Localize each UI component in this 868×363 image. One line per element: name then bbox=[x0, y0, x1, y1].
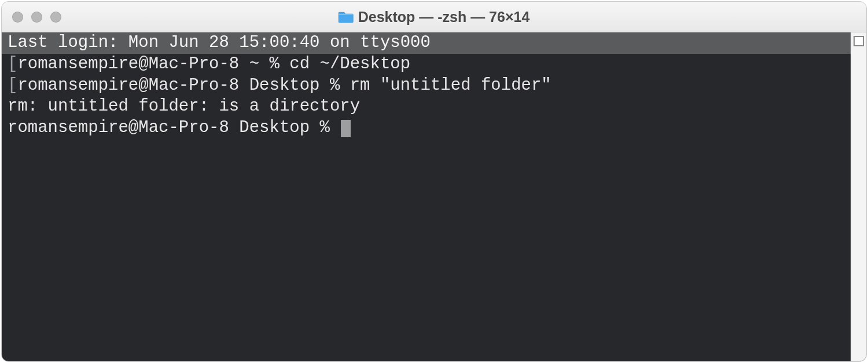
window-title: Desktop — -zsh — 76×14 bbox=[358, 9, 530, 25]
command-text: cd ~/Desktop bbox=[289, 54, 410, 74]
terminal-error-line: rm: untitled folder: is a directory bbox=[2, 96, 851, 118]
terminal-line: romansempire@Mac-Pro-8 Desktop % bbox=[2, 118, 851, 139]
close-button[interactable] bbox=[12, 12, 23, 23]
terminal-line: [romansempire@Mac-Pro-8 Desktop % rm "un… bbox=[2, 75, 851, 97]
terminal-body: Last login: Mon Jun 28 15:00:40 on ttys0… bbox=[2, 32, 866, 361]
prompt-bracket-left: [ bbox=[8, 54, 17, 74]
scroll-indicator-icon bbox=[854, 36, 864, 46]
last-login-line: Last login: Mon Jun 28 15:00:40 on ttys0… bbox=[2, 32, 851, 54]
terminal-content[interactable]: Last login: Mon Jun 28 15:00:40 on ttys0… bbox=[2, 32, 851, 361]
titlebar[interactable]: Desktop — -zsh — 76×14 bbox=[2, 2, 866, 32]
prompt-bracket-left: [ bbox=[8, 76, 17, 95]
command-text: rm "untitled folder" bbox=[350, 76, 551, 95]
traffic-lights bbox=[12, 12, 61, 23]
terminal-window: Desktop — -zsh — 76×14 Last login: Mon J… bbox=[2, 2, 866, 361]
maximize-button[interactable] bbox=[50, 12, 61, 23]
prompt-text: romansempire@Mac-Pro-8 ~ % bbox=[17, 54, 289, 74]
cursor bbox=[341, 120, 351, 137]
prompt-text: romansempire@Mac-Pro-8 Desktop % bbox=[17, 76, 350, 95]
minimize-button[interactable] bbox=[31, 12, 42, 23]
prompt-text: romansempire@Mac-Pro-8 Desktop % bbox=[8, 118, 340, 137]
terminal-line: [romansempire@Mac-Pro-8 ~ % cd ~/Desktop bbox=[2, 54, 851, 75]
scrollbar[interactable] bbox=[851, 32, 866, 361]
folder-icon bbox=[339, 10, 354, 23]
window-title-area: Desktop — -zsh — 76×14 bbox=[339, 9, 530, 25]
